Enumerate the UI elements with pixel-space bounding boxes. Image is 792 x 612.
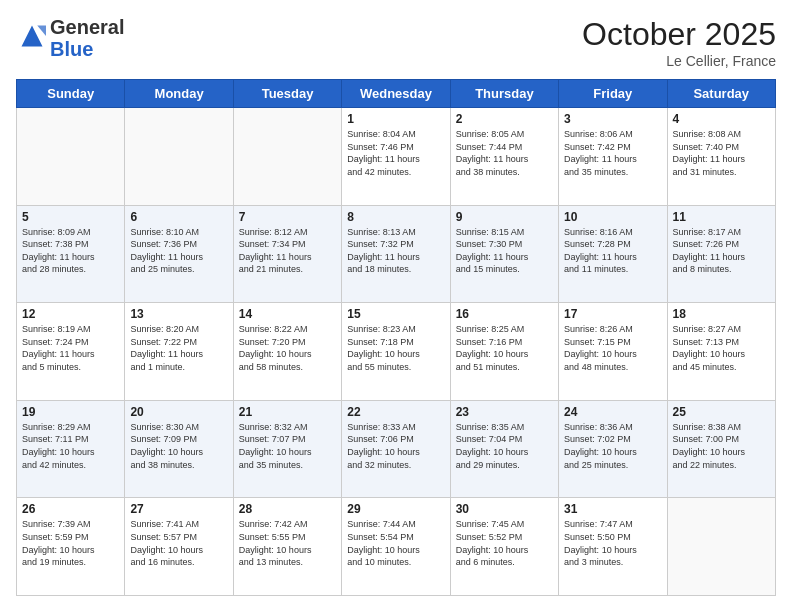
day-number: 24 [564,405,661,419]
day-info: Sunrise: 8:30 AM Sunset: 7:09 PM Dayligh… [130,421,227,471]
day-cell-2-1: 13Sunrise: 8:20 AM Sunset: 7:22 PM Dayli… [125,303,233,401]
day-info: Sunrise: 8:10 AM Sunset: 7:36 PM Dayligh… [130,226,227,276]
day-cell-1-6: 11Sunrise: 8:17 AM Sunset: 7:26 PM Dayli… [667,205,775,303]
logo-general-text: General [50,16,124,38]
day-info: Sunrise: 8:04 AM Sunset: 7:46 PM Dayligh… [347,128,444,178]
svg-marker-1 [37,26,46,37]
day-number: 20 [130,405,227,419]
logo-icon [18,22,46,50]
day-number: 27 [130,502,227,516]
day-cell-4-4: 30Sunrise: 7:45 AM Sunset: 5:52 PM Dayli… [450,498,558,596]
day-info: Sunrise: 7:45 AM Sunset: 5:52 PM Dayligh… [456,518,553,568]
day-number: 7 [239,210,336,224]
month-title: October 2025 [582,16,776,53]
header: General Blue October 2025 Le Cellier, Fr… [16,16,776,69]
day-cell-0-3: 1Sunrise: 8:04 AM Sunset: 7:46 PM Daylig… [342,108,450,206]
day-number: 6 [130,210,227,224]
day-cell-0-5: 3Sunrise: 8:06 AM Sunset: 7:42 PM Daylig… [559,108,667,206]
day-cell-1-2: 7Sunrise: 8:12 AM Sunset: 7:34 PM Daylig… [233,205,341,303]
week-row-3: 19Sunrise: 8:29 AM Sunset: 7:11 PM Dayli… [17,400,776,498]
day-cell-3-0: 19Sunrise: 8:29 AM Sunset: 7:11 PM Dayli… [17,400,125,498]
day-cell-0-6: 4Sunrise: 8:08 AM Sunset: 7:40 PM Daylig… [667,108,775,206]
day-number: 22 [347,405,444,419]
day-cell-4-0: 26Sunrise: 7:39 AM Sunset: 5:59 PM Dayli… [17,498,125,596]
day-info: Sunrise: 8:33 AM Sunset: 7:06 PM Dayligh… [347,421,444,471]
calendar-table: Sunday Monday Tuesday Wednesday Thursday… [16,79,776,596]
day-info: Sunrise: 8:29 AM Sunset: 7:11 PM Dayligh… [22,421,119,471]
header-saturday: Saturday [667,80,775,108]
day-cell-4-3: 29Sunrise: 7:44 AM Sunset: 5:54 PM Dayli… [342,498,450,596]
day-cell-3-5: 24Sunrise: 8:36 AM Sunset: 7:02 PM Dayli… [559,400,667,498]
week-row-1: 5Sunrise: 8:09 AM Sunset: 7:38 PM Daylig… [17,205,776,303]
day-info: Sunrise: 8:19 AM Sunset: 7:24 PM Dayligh… [22,323,119,373]
day-info: Sunrise: 8:35 AM Sunset: 7:04 PM Dayligh… [456,421,553,471]
day-info: Sunrise: 8:32 AM Sunset: 7:07 PM Dayligh… [239,421,336,471]
day-cell-0-1 [125,108,233,206]
day-info: Sunrise: 8:25 AM Sunset: 7:16 PM Dayligh… [456,323,553,373]
week-row-2: 12Sunrise: 8:19 AM Sunset: 7:24 PM Dayli… [17,303,776,401]
day-cell-1-3: 8Sunrise: 8:13 AM Sunset: 7:32 PM Daylig… [342,205,450,303]
header-friday: Friday [559,80,667,108]
title-section: October 2025 Le Cellier, France [582,16,776,69]
day-info: Sunrise: 7:42 AM Sunset: 5:55 PM Dayligh… [239,518,336,568]
header-thursday: Thursday [450,80,558,108]
day-number: 31 [564,502,661,516]
day-cell-4-5: 31Sunrise: 7:47 AM Sunset: 5:50 PM Dayli… [559,498,667,596]
day-number: 8 [347,210,444,224]
day-info: Sunrise: 7:41 AM Sunset: 5:57 PM Dayligh… [130,518,227,568]
day-number: 15 [347,307,444,321]
day-cell-1-1: 6Sunrise: 8:10 AM Sunset: 7:36 PM Daylig… [125,205,233,303]
header-sunday: Sunday [17,80,125,108]
day-info: Sunrise: 8:06 AM Sunset: 7:42 PM Dayligh… [564,128,661,178]
day-cell-4-2: 28Sunrise: 7:42 AM Sunset: 5:55 PM Dayli… [233,498,341,596]
header-tuesday: Tuesday [233,80,341,108]
logo-blue-text: Blue [50,38,93,60]
day-cell-4-6 [667,498,775,596]
svg-marker-0 [22,26,43,47]
day-number: 19 [22,405,119,419]
day-number: 5 [22,210,119,224]
day-number: 17 [564,307,661,321]
day-number: 25 [673,405,770,419]
day-cell-3-3: 22Sunrise: 8:33 AM Sunset: 7:06 PM Dayli… [342,400,450,498]
day-info: Sunrise: 8:22 AM Sunset: 7:20 PM Dayligh… [239,323,336,373]
day-cell-0-4: 2Sunrise: 8:05 AM Sunset: 7:44 PM Daylig… [450,108,558,206]
weekday-header-row: Sunday Monday Tuesday Wednesday Thursday… [17,80,776,108]
day-info: Sunrise: 8:16 AM Sunset: 7:28 PM Dayligh… [564,226,661,276]
week-row-4: 26Sunrise: 7:39 AM Sunset: 5:59 PM Dayli… [17,498,776,596]
day-cell-3-2: 21Sunrise: 8:32 AM Sunset: 7:07 PM Dayli… [233,400,341,498]
day-cell-0-0 [17,108,125,206]
week-row-0: 1Sunrise: 8:04 AM Sunset: 7:46 PM Daylig… [17,108,776,206]
header-monday: Monday [125,80,233,108]
day-info: Sunrise: 7:44 AM Sunset: 5:54 PM Dayligh… [347,518,444,568]
day-info: Sunrise: 8:17 AM Sunset: 7:26 PM Dayligh… [673,226,770,276]
day-number: 11 [673,210,770,224]
day-number: 9 [456,210,553,224]
day-number: 21 [239,405,336,419]
day-info: Sunrise: 8:26 AM Sunset: 7:15 PM Dayligh… [564,323,661,373]
day-number: 18 [673,307,770,321]
day-info: Sunrise: 8:09 AM Sunset: 7:38 PM Dayligh… [22,226,119,276]
day-cell-2-0: 12Sunrise: 8:19 AM Sunset: 7:24 PM Dayli… [17,303,125,401]
day-info: Sunrise: 7:39 AM Sunset: 5:59 PM Dayligh… [22,518,119,568]
day-cell-2-2: 14Sunrise: 8:22 AM Sunset: 7:20 PM Dayli… [233,303,341,401]
day-number: 4 [673,112,770,126]
day-number: 13 [130,307,227,321]
day-info: Sunrise: 8:27 AM Sunset: 7:13 PM Dayligh… [673,323,770,373]
day-number: 26 [22,502,119,516]
day-number: 2 [456,112,553,126]
day-info: Sunrise: 8:23 AM Sunset: 7:18 PM Dayligh… [347,323,444,373]
day-cell-2-3: 15Sunrise: 8:23 AM Sunset: 7:18 PM Dayli… [342,303,450,401]
day-cell-1-4: 9Sunrise: 8:15 AM Sunset: 7:30 PM Daylig… [450,205,558,303]
page: General Blue October 2025 Le Cellier, Fr… [0,0,792,612]
day-number: 30 [456,502,553,516]
day-cell-2-5: 17Sunrise: 8:26 AM Sunset: 7:15 PM Dayli… [559,303,667,401]
day-cell-0-2 [233,108,341,206]
day-cell-2-4: 16Sunrise: 8:25 AM Sunset: 7:16 PM Dayli… [450,303,558,401]
day-info: Sunrise: 8:08 AM Sunset: 7:40 PM Dayligh… [673,128,770,178]
day-number: 23 [456,405,553,419]
location: Le Cellier, France [582,53,776,69]
day-number: 29 [347,502,444,516]
day-info: Sunrise: 8:15 AM Sunset: 7:30 PM Dayligh… [456,226,553,276]
day-number: 10 [564,210,661,224]
